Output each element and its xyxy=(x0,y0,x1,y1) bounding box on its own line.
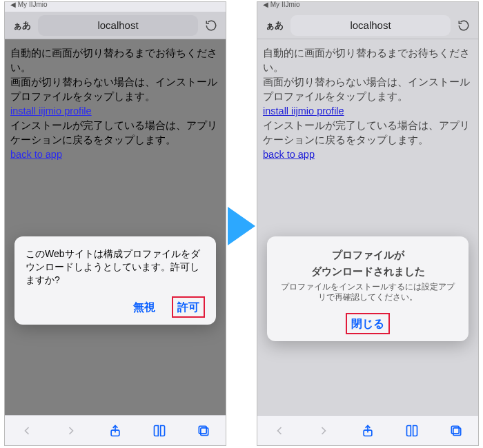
body-text: 自動的に画面が切り替わるまでお待ちください。 xyxy=(263,46,473,75)
status-return-label: ◀ My IIJmio xyxy=(10,1,48,8)
phone-screenshot-right: ◀ My IIJmio ぁあ localhost 自動的に画面が切り替わるまでお… xyxy=(257,1,479,446)
dialog-message: このWebサイトは構成プロファイルをダウンロードしようとしています。許可しますか… xyxy=(26,247,205,287)
svg-rect-5 xyxy=(453,427,461,435)
bookmarks-button[interactable] xyxy=(398,417,426,445)
address-bar: ぁあ localhost xyxy=(5,12,226,39)
share-button[interactable] xyxy=(101,417,129,445)
share-icon xyxy=(108,423,122,438)
back-icon xyxy=(273,424,286,438)
url-field[interactable]: localhost xyxy=(290,15,451,36)
reader-aa-button[interactable]: ぁあ xyxy=(10,17,34,34)
forward-icon xyxy=(64,424,78,438)
phone-screenshot-left: ◀ My IIJmio ぁあ localhost 自動的に画面が切り替わるまでお… xyxy=(4,1,226,446)
tabs-icon xyxy=(449,424,463,438)
forward-icon xyxy=(317,424,331,438)
tabs-button[interactable] xyxy=(442,417,470,445)
install-profile-link[interactable]: install iijmio profile xyxy=(10,105,92,116)
body-text: 画面が切り替わらない場合は、インストールプロファイルをタップします。 xyxy=(10,75,220,104)
svg-marker-3 xyxy=(228,207,255,245)
ignore-button[interactable]: 無視 xyxy=(129,296,159,318)
url-field[interactable]: localhost xyxy=(38,15,198,36)
safari-toolbar xyxy=(5,415,226,445)
tabs-button[interactable] xyxy=(190,417,217,445)
address-bar: ぁあ localhost xyxy=(257,12,478,39)
forward-button[interactable] xyxy=(310,417,337,445)
share-button[interactable] xyxy=(354,417,382,445)
refresh-button[interactable] xyxy=(455,17,473,34)
refresh-icon xyxy=(205,19,217,32)
close-button[interactable]: 閉じる xyxy=(346,313,390,334)
status-return-label: ◀ My IIJmio xyxy=(263,1,300,8)
share-icon xyxy=(361,423,375,438)
bookmarks-icon xyxy=(404,424,420,438)
body-text: インストールが完了している場合は、アプリケーションに戻るをタップします。 xyxy=(10,119,220,147)
svg-rect-2 xyxy=(199,426,206,434)
bookmarks-button[interactable] xyxy=(146,417,173,445)
dialog-title: プロファイルが xyxy=(278,247,457,263)
safari-toolbar xyxy=(257,415,478,445)
dialog-title: ダウンロードされました xyxy=(278,264,457,279)
download-permission-dialog: このWebサイトは構成プロファイルをダウンロードしようとしています。許可しますか… xyxy=(14,236,216,325)
allow-button[interactable]: 許可 xyxy=(172,296,205,318)
refresh-icon xyxy=(457,19,470,32)
forward-button[interactable] xyxy=(57,417,85,445)
back-button[interactable] xyxy=(266,417,293,445)
back-button[interactable] xyxy=(13,417,41,445)
back-to-app-link[interactable]: back to app xyxy=(10,149,62,160)
back-icon xyxy=(20,424,34,438)
dialog-subtext: プロファイルをインストールするには設定アプリで再確認してください。 xyxy=(278,282,457,303)
svg-rect-1 xyxy=(201,427,208,435)
svg-rect-6 xyxy=(451,426,459,434)
page-content: 自動的に画面が切り替わるまでお待ちください。 画面が切り替わらない場合は、インス… xyxy=(257,39,478,415)
page-content: 自動的に画面が切り替わるまでお待ちください。 画面が切り替わらない場合は、インス… xyxy=(5,39,226,415)
body-text: インストールが完了している場合は、アプリケーションに戻るをタップします。 xyxy=(263,119,473,147)
tabs-icon xyxy=(197,424,210,438)
body-text: 自動的に画面が切り替わるまでお待ちください。 xyxy=(10,46,220,75)
profile-downloaded-dialog: プロファイルが ダウンロードされました プロファイルをインストールするには設定ア… xyxy=(267,236,469,341)
back-to-app-link[interactable]: back to app xyxy=(263,149,315,160)
install-profile-link[interactable]: install iijmio profile xyxy=(263,105,344,116)
reader-aa-button[interactable]: ぁあ xyxy=(263,17,286,34)
refresh-button[interactable] xyxy=(202,17,220,34)
bookmarks-icon xyxy=(152,424,167,438)
body-text: 画面が切り替わらない場合は、インストールプロファイルをタップします。 xyxy=(263,75,473,104)
transition-arrow xyxy=(228,207,255,245)
